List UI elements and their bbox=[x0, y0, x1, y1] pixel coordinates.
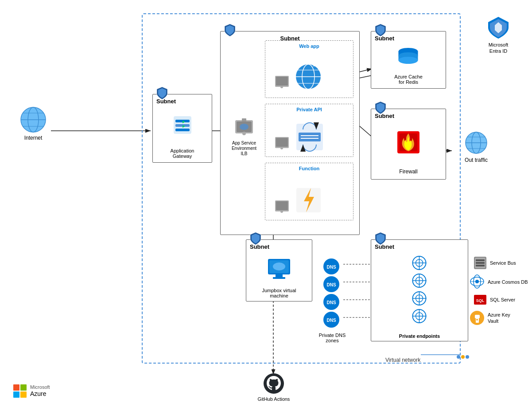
cosmos-db-node: Azure Cosmos DB bbox=[470, 274, 528, 290]
entra-id-label: MicrosoftEntra ID bbox=[489, 42, 509, 55]
svg-rect-50 bbox=[276, 138, 288, 147]
github-actions-node: GitHub Actions bbox=[256, 372, 291, 402]
api-server-icon bbox=[274, 135, 290, 152]
key-vault-node: Azure KeyVault bbox=[470, 310, 510, 326]
webapp-globe-icon bbox=[294, 63, 323, 93]
endpoint-icon-1 bbox=[412, 255, 427, 273]
endpoint-icon-4 bbox=[412, 309, 427, 326]
svg-rect-32 bbox=[175, 129, 190, 131]
svg-point-42 bbox=[280, 86, 283, 88]
appgw-node-label: ApplicationGateway bbox=[153, 148, 212, 159]
svg-rect-107 bbox=[476, 265, 485, 266]
svg-rect-115 bbox=[475, 315, 480, 318]
svg-rect-106 bbox=[476, 262, 485, 264]
webapp-label: Web app bbox=[299, 43, 319, 49]
svg-point-65 bbox=[399, 57, 418, 64]
redis-icon bbox=[396, 47, 421, 69]
svg-point-117 bbox=[476, 319, 478, 321]
svg-rect-105 bbox=[476, 259, 485, 261]
github-actions-label: GitHub Actions bbox=[258, 396, 290, 402]
service-bus-label: Service Bus bbox=[490, 260, 516, 266]
svg-rect-53 bbox=[299, 133, 321, 141]
dns-4: DNS bbox=[322, 311, 340, 330]
svg-text:DNS: DNS bbox=[326, 265, 336, 270]
jumpbox-label: Jumpbox virtualmachine bbox=[246, 288, 312, 298]
webapp-subnet: Web app bbox=[265, 40, 353, 98]
subnet-jumpbox-label: Subnet bbox=[250, 243, 269, 250]
subnet-main-box: Subnet App ServiceEnvironmentILB Web app bbox=[220, 31, 360, 235]
svg-text:SQL: SQL bbox=[476, 298, 485, 303]
ase-ilb-label: App ServiceEnvironmentILB bbox=[229, 141, 260, 157]
out-traffic-label: Out traffic bbox=[465, 157, 488, 163]
subnet-jumpbox-box: Subnet Jumpbox virtualmachine bbox=[246, 239, 312, 301]
subnet-endpoints-label: Subnet bbox=[375, 243, 394, 250]
internet-label: Internet bbox=[24, 135, 43, 141]
svg-rect-41 bbox=[276, 77, 288, 86]
svg-point-22 bbox=[466, 355, 469, 359]
private-api-label: Private API bbox=[296, 107, 322, 112]
key-vault-label: Azure KeyVault bbox=[488, 312, 510, 324]
subnet-appgw-box: Subnet ApplicationGateway bbox=[152, 94, 212, 163]
appgw-icon bbox=[172, 114, 193, 137]
shield-main bbox=[224, 23, 236, 39]
out-traffic-node: Out traffic bbox=[456, 131, 496, 163]
cosmos-db-label: Azure Cosmos DB bbox=[488, 279, 528, 285]
function-label: Function bbox=[299, 166, 319, 171]
sql-server-node: SQL SQL Server bbox=[473, 293, 515, 307]
svg-point-58 bbox=[280, 210, 283, 213]
endpoint-icon-2 bbox=[412, 273, 427, 290]
private-api-subnet: Private API bbox=[265, 104, 353, 157]
svg-point-37 bbox=[242, 132, 246, 135]
svg-point-39 bbox=[240, 124, 249, 130]
subnet-cache-box: Subnet Azure Cachefor Redis bbox=[371, 31, 446, 89]
dns-1: DNS bbox=[322, 258, 340, 277]
dns-3: DNS bbox=[322, 293, 340, 313]
svg-text:DNS: DNS bbox=[326, 318, 336, 323]
svg-point-51 bbox=[280, 147, 283, 149]
svg-text:DNS: DNS bbox=[326, 282, 336, 287]
api-mgmt-icon bbox=[294, 121, 325, 154]
ms-squares-icon bbox=[13, 384, 27, 398]
ms-azure-text: Microsoft Azure bbox=[30, 384, 50, 398]
function-icon bbox=[294, 186, 323, 216]
entra-id-node: MicrosoftEntra ID bbox=[476, 16, 520, 55]
svg-rect-77 bbox=[276, 274, 283, 277]
internet-node: Internet bbox=[13, 106, 53, 141]
subnet-firewall-label: Subnet bbox=[375, 113, 394, 119]
firewall-icon bbox=[395, 129, 422, 157]
function-server-icon bbox=[274, 198, 290, 215]
svg-point-76 bbox=[273, 262, 285, 270]
jumpbox-icon bbox=[266, 258, 292, 284]
private-dns-label: Private DNSzones bbox=[315, 333, 350, 343]
subnet-cache-label: Subnet bbox=[375, 35, 394, 42]
subnet-appgw-label: Subnet bbox=[156, 98, 176, 105]
microsoft-azure-logo: Microsoft Azure bbox=[13, 384, 50, 398]
webapp-server-icon bbox=[274, 74, 290, 91]
function-subnet: Function bbox=[265, 163, 353, 220]
endpoint-icon-3 bbox=[412, 291, 427, 308]
ase-ilb-node: App ServiceEnvironmentILB bbox=[229, 116, 260, 157]
subnet-private-endpoints-box: Subnet bbox=[371, 239, 468, 341]
svg-text:DNS: DNS bbox=[326, 300, 336, 305]
svg-point-20 bbox=[457, 355, 460, 359]
dns-2: DNS bbox=[322, 275, 340, 295]
svg-rect-38 bbox=[242, 118, 246, 121]
svg-point-21 bbox=[461, 355, 465, 359]
cache-label: Azure Cachefor Redis bbox=[371, 74, 446, 85]
service-bus-node: Service Bus bbox=[473, 256, 516, 270]
svg-rect-78 bbox=[273, 277, 285, 279]
sql-server-label: SQL Server bbox=[490, 297, 515, 302]
private-endpoints-label: Private endpoints bbox=[371, 333, 468, 339]
diagram-container: Virtual network Internet Subnet bbox=[0, 0, 532, 411]
virtual-network-icon bbox=[456, 352, 470, 363]
firewall-label: Firewall bbox=[371, 168, 446, 175]
virtual-network-label: Virtual network bbox=[385, 357, 420, 363]
svg-rect-57 bbox=[276, 201, 288, 210]
subnet-firewall-box: Subnet Firewall bbox=[371, 109, 446, 180]
